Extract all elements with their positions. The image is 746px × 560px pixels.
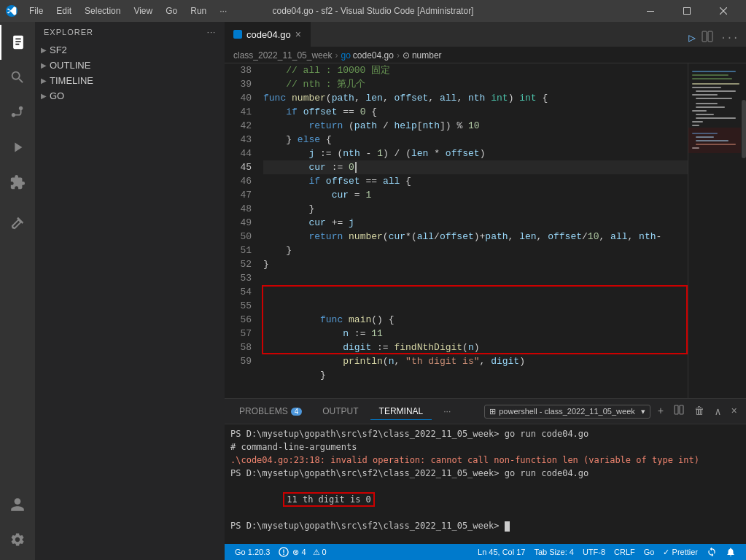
svg-rect-19 (692, 121, 703, 122)
split-editor-button[interactable] (700, 29, 715, 47)
svg-point-33 (283, 553, 284, 555)
status-language[interactable]: Go (640, 547, 659, 557)
breadcrumb-sep2: › (397, 50, 400, 61)
breadcrumb-folder[interactable]: class_2022_11_05_week (233, 50, 332, 61)
menu-edit[interactable]: Edit (50, 4, 77, 18)
timeline-label: TIMELINE (50, 75, 93, 86)
breadcrumb-file-icon: go (341, 50, 350, 61)
menu-run[interactable]: Run (184, 4, 212, 18)
terminal-line-1: PS D:\mysetup\gopath\src\sf2\class_2022_… (230, 427, 740, 440)
svg-rect-29 (675, 405, 678, 414)
sidebar: Explorer ··· ▶ SF2 ▶ OUTLINE ▶ TIMELINE … (35, 22, 225, 560)
svg-rect-18 (696, 117, 736, 119)
minimize-button[interactable] (634, 0, 667, 22)
line-numbers: 38 39 40 41 42 43 44 45 46 47 48 49 50 5… (225, 63, 257, 398)
shell-name: powershell - class_2022_11_05_week (499, 407, 635, 416)
status-notifications[interactable] (721, 547, 740, 557)
breadcrumb-symbol[interactable]: number (412, 50, 442, 61)
line-num-41: 41 (225, 105, 252, 119)
close-panel-button[interactable]: × (728, 404, 740, 419)
menu-go[interactable]: Go (160, 4, 183, 18)
status-prettier[interactable]: ✓ Prettier (658, 547, 702, 557)
panel-tab-output[interactable]: OUTPUT (314, 403, 367, 419)
line-num-47: 47 (225, 188, 252, 202)
panel-more-icon: ··· (443, 406, 451, 416)
sidebar-item-go[interactable]: ▶ GO (35, 88, 225, 104)
maximize-panel-button[interactable]: ∧ (712, 404, 723, 419)
activity-explorer[interactable] (0, 25, 35, 60)
breadcrumb: class_2022_11_05_week › go code04.go › ⊙… (225, 47, 746, 63)
code-editor[interactable]: 38 39 40 41 42 43 44 45 46 47 48 49 50 5… (225, 63, 746, 398)
go-version-label: Go 1.20.3 (235, 548, 270, 556)
panel-toolbar: ⊞ powershell - class_2022_11_05_week ▾ +… (484, 403, 740, 419)
activity-settings[interactable] (0, 522, 35, 557)
line-num-45: 45 (225, 160, 252, 174)
svg-rect-5 (708, 31, 712, 42)
sidebar-more-button[interactable]: ··· (207, 28, 216, 36)
code-line-42: return (path / help[nth]) % 10 (263, 119, 688, 133)
menu-file[interactable]: File (23, 4, 49, 18)
code-line-49: cur += j (263, 216, 688, 230)
panel-tab-terminal[interactable]: TERMINAL (370, 403, 432, 420)
line-num-42: 42 (225, 119, 252, 133)
code-line-58-highlighted: } (263, 341, 688, 354)
svg-rect-14 (696, 103, 718, 104)
restore-button[interactable] (670, 0, 704, 22)
code-line-53 (263, 271, 688, 285)
code-line-52: } (263, 257, 688, 271)
status-encoding[interactable]: UTF-8 (578, 547, 610, 557)
panel-tab-more[interactable]: ··· (435, 403, 459, 419)
activity-source-control[interactable] (0, 95, 35, 130)
cursor-position: Ln 45, Col 17 (478, 548, 525, 556)
code-line-55-highlighted: n := 11 (263, 299, 688, 313)
code-line-40: func number(path, len, offset, all, nth … (263, 91, 688, 105)
activity-run-debug[interactable] (0, 130, 35, 165)
status-sync[interactable] (702, 547, 721, 557)
menu-selection[interactable]: Selection (79, 4, 126, 18)
kill-terminal-button[interactable]: 🗑 (691, 404, 707, 419)
panel-tab-problems[interactable]: PROBLEMS 4 (230, 403, 311, 419)
status-go-version[interactable]: Go 1.20.3 (230, 548, 274, 556)
code-line-57-highlighted: println(n, "th digit is", digit) (263, 327, 688, 341)
sidebar-item-sf2[interactable]: ▶ SF2 (35, 42, 225, 58)
add-terminal-button[interactable]: + (655, 404, 667, 419)
code-line-48: } (263, 202, 688, 216)
activity-testing[interactable] (0, 206, 35, 241)
go-arrow-icon: ▶ (41, 92, 47, 100)
status-cursor-pos[interactable]: Ln 45, Col 17 (473, 547, 529, 557)
terminal-label: TERMINAL (379, 406, 424, 416)
sidebar-item-timeline[interactable]: ▶ TIMELINE (35, 73, 225, 88)
activity-bottom (0, 487, 35, 557)
sidebar-item-outline[interactable]: ▶ OUTLINE (35, 58, 225, 73)
status-line-ending[interactable]: CRLF (610, 547, 640, 557)
breadcrumb-file[interactable]: code04.go (353, 50, 394, 61)
menu-more[interactable]: ··· (214, 4, 233, 18)
status-errors-warnings[interactable]: ⊗ 4 ⚠ 0 (274, 547, 330, 557)
code-line-50: return number(cur*(all/offset)+path, len… (263, 230, 688, 244)
svg-rect-6 (692, 71, 736, 72)
tab-code04[interactable]: code04.go × (225, 22, 311, 47)
more-actions-button[interactable]: ··· (719, 31, 740, 45)
svg-rect-30 (680, 405, 683, 414)
menu-view[interactable]: View (128, 4, 158, 18)
terminal-line-6: PS D:\mysetup\gopath\src\sf2\class_2022_… (230, 519, 740, 532)
tab-close-button[interactable]: × (295, 29, 301, 39)
activity-accounts[interactable] (0, 487, 35, 522)
breadcrumb-symbol-icon: ⊙ (403, 50, 410, 61)
line-ending: CRLF (614, 548, 635, 556)
titlebar-controls (634, 0, 740, 22)
activity-search[interactable] (0, 60, 35, 95)
minimap (688, 63, 746, 398)
terminal-content[interactable]: PS D:\mysetup\gopath\src\sf2\class_2022_… (225, 424, 746, 544)
split-terminal-button[interactable] (671, 403, 687, 419)
code-content[interactable]: // all : 10000 固定 // nth : 第几个 func numb… (257, 63, 688, 398)
terminal-line-3: .\code04.go:23:18: invalid operation: ca… (230, 454, 740, 467)
terminal-highlight-output: 11 th digit is 0 (283, 492, 375, 507)
status-tab-size[interactable]: Tab Size: 4 (529, 547, 578, 557)
activity-extensions[interactable] (0, 165, 35, 200)
close-button[interactable] (707, 0, 740, 22)
svg-rect-26 (688, 128, 746, 153)
line-num-50: 50 (225, 230, 252, 244)
run-button[interactable]: ▷ (688, 31, 696, 45)
shell-dropdown-icon[interactable]: ▾ (641, 407, 645, 416)
